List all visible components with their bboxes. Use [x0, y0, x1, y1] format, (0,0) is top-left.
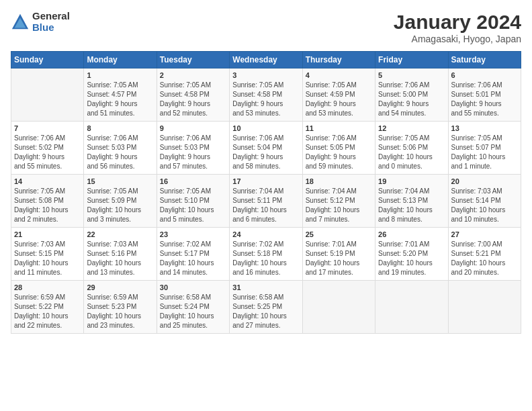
day-number: 20: [451, 177, 518, 185]
day-info: Sunrise: 7:03 AM Sunset: 5:16 PM Dayligh…: [87, 240, 153, 277]
day-info: Sunrise: 7:06 AM Sunset: 5:02 PM Dayligh…: [14, 134, 81, 171]
day-cell: 22Sunrise: 7:03 AM Sunset: 5:16 PM Dayli…: [84, 228, 157, 281]
day-info: Sunrise: 6:59 AM Sunset: 5:23 PM Dayligh…: [87, 293, 153, 330]
day-number: 13: [451, 124, 518, 132]
day-info: Sunrise: 7:05 AM Sunset: 5:06 PM Dayligh…: [378, 134, 445, 171]
calendar-table: SundayMondayTuesdayWednesdayThursdayFrid…: [11, 51, 521, 334]
day-info: Sunrise: 7:06 AM Sunset: 5:01 PM Dayligh…: [451, 81, 518, 118]
day-number: 9: [160, 124, 226, 132]
day-cell: 26Sunrise: 7:01 AM Sunset: 5:20 PM Dayli…: [375, 228, 448, 281]
logo-blue: Blue: [32, 22, 70, 34]
logo-text: General Blue: [32, 11, 70, 33]
day-cell: 31Sunrise: 6:58 AM Sunset: 5:25 PM Dayli…: [230, 281, 302, 334]
day-number: 12: [378, 124, 445, 132]
week-row-4: 21Sunrise: 7:03 AM Sunset: 5:15 PM Dayli…: [11, 228, 521, 281]
column-header-friday: Friday: [375, 52, 448, 68]
day-number: 3: [232, 71, 299, 79]
calendar-header: SundayMondayTuesdayWednesdayThursdayFrid…: [11, 52, 521, 68]
day-number: 23: [160, 230, 226, 238]
day-number: 30: [160, 283, 226, 291]
week-row-1: 1Sunrise: 7:05 AM Sunset: 4:57 PM Daylig…: [11, 68, 521, 122]
day-number: 10: [232, 124, 299, 132]
day-cell: 9Sunrise: 7:06 AM Sunset: 5:03 PM Daylig…: [157, 122, 229, 175]
day-cell: 6Sunrise: 7:06 AM Sunset: 5:01 PM Daylig…: [448, 68, 521, 122]
day-info: Sunrise: 7:05 AM Sunset: 5:10 PM Dayligh…: [160, 187, 226, 224]
day-info: Sunrise: 7:05 AM Sunset: 5:07 PM Dayligh…: [451, 134, 518, 171]
day-info: Sunrise: 7:06 AM Sunset: 5:03 PM Dayligh…: [87, 134, 153, 171]
day-cell: [375, 281, 448, 334]
day-info: Sunrise: 7:02 AM Sunset: 5:17 PM Dayligh…: [160, 240, 226, 277]
day-number: 24: [232, 230, 299, 238]
day-number: 2: [160, 71, 226, 79]
day-cell: 8Sunrise: 7:06 AM Sunset: 5:03 PM Daylig…: [84, 122, 157, 175]
day-cell: 17Sunrise: 7:04 AM Sunset: 5:11 PM Dayli…: [230, 175, 302, 228]
day-info: Sunrise: 6:59 AM Sunset: 5:22 PM Dayligh…: [14, 293, 81, 330]
day-cell: 24Sunrise: 7:02 AM Sunset: 5:18 PM Dayli…: [230, 228, 302, 281]
day-cell: 4Sunrise: 7:05 AM Sunset: 4:59 PM Daylig…: [302, 68, 375, 122]
day-cell: 29Sunrise: 6:59 AM Sunset: 5:23 PM Dayli…: [84, 281, 157, 334]
day-info: Sunrise: 7:04 AM Sunset: 5:11 PM Dayligh…: [232, 187, 299, 224]
day-cell: 25Sunrise: 7:01 AM Sunset: 5:19 PM Dayli…: [302, 228, 375, 281]
day-info: Sunrise: 7:05 AM Sunset: 4:59 PM Dayligh…: [306, 81, 372, 118]
day-cell: 19Sunrise: 7:04 AM Sunset: 5:13 PM Dayli…: [375, 175, 448, 228]
day-cell: 15Sunrise: 7:05 AM Sunset: 5:09 PM Dayli…: [84, 175, 157, 228]
day-number: 5: [378, 71, 445, 79]
day-info: Sunrise: 6:58 AM Sunset: 5:24 PM Dayligh…: [160, 293, 226, 330]
day-number: 15: [87, 177, 153, 185]
column-header-tuesday: Tuesday: [157, 52, 229, 68]
day-cell: 5Sunrise: 7:06 AM Sunset: 5:00 PM Daylig…: [375, 68, 448, 122]
column-header-sunday: Sunday: [11, 52, 84, 68]
day-cell: 30Sunrise: 6:58 AM Sunset: 5:24 PM Dayli…: [157, 281, 229, 334]
week-row-2: 7Sunrise: 7:06 AM Sunset: 5:02 PM Daylig…: [11, 122, 521, 175]
day-cell: 21Sunrise: 7:03 AM Sunset: 5:15 PM Dayli…: [11, 228, 84, 281]
day-cell: [448, 281, 521, 334]
day-cell: [302, 281, 375, 334]
day-number: 6: [451, 71, 518, 79]
day-info: Sunrise: 7:05 AM Sunset: 5:09 PM Dayligh…: [87, 187, 153, 224]
column-header-thursday: Thursday: [302, 52, 375, 68]
day-number: 8: [87, 124, 153, 132]
calendar-subtitle: Amagasaki, Hyogo, Japan: [394, 34, 521, 44]
day-info: Sunrise: 7:06 AM Sunset: 5:00 PM Dayligh…: [378, 81, 445, 118]
day-cell: 7Sunrise: 7:06 AM Sunset: 5:02 PM Daylig…: [11, 122, 84, 175]
day-number: 25: [306, 230, 372, 238]
day-info: Sunrise: 7:02 AM Sunset: 5:18 PM Dayligh…: [232, 240, 299, 277]
day-cell: 14Sunrise: 7:05 AM Sunset: 5:08 PM Dayli…: [11, 175, 84, 228]
day-number: 31: [232, 283, 299, 291]
day-number: 18: [306, 177, 372, 185]
day-info: Sunrise: 7:00 AM Sunset: 5:21 PM Dayligh…: [451, 240, 518, 277]
title-block: January 2024 Amagasaki, Hyogo, Japan: [394, 11, 521, 44]
day-cell: 27Sunrise: 7:00 AM Sunset: 5:21 PM Dayli…: [448, 228, 521, 281]
day-cell: 23Sunrise: 7:02 AM Sunset: 5:17 PM Dayli…: [157, 228, 229, 281]
day-info: Sunrise: 7:06 AM Sunset: 5:03 PM Dayligh…: [160, 134, 226, 171]
day-number: 16: [160, 177, 226, 185]
day-cell: 12Sunrise: 7:05 AM Sunset: 5:06 PM Dayli…: [375, 122, 448, 175]
day-cell: 11Sunrise: 7:06 AM Sunset: 5:05 PM Dayli…: [302, 122, 375, 175]
day-number: 17: [232, 177, 299, 185]
day-cell: [11, 68, 84, 122]
calendar-title: January 2024: [394, 11, 521, 34]
day-cell: 18Sunrise: 7:04 AM Sunset: 5:12 PM Dayli…: [302, 175, 375, 228]
column-header-saturday: Saturday: [448, 52, 521, 68]
logo-icon: [11, 13, 30, 32]
day-number: 14: [14, 177, 81, 185]
week-row-3: 14Sunrise: 7:05 AM Sunset: 5:08 PM Dayli…: [11, 175, 521, 228]
day-info: Sunrise: 7:04 AM Sunset: 5:13 PM Dayligh…: [378, 187, 445, 224]
day-info: Sunrise: 7:06 AM Sunset: 5:04 PM Dayligh…: [232, 134, 299, 171]
day-info: Sunrise: 7:03 AM Sunset: 5:15 PM Dayligh…: [14, 240, 81, 277]
logo-general: General: [32, 11, 70, 22]
day-cell: 16Sunrise: 7:05 AM Sunset: 5:10 PM Dayli…: [157, 175, 229, 228]
column-header-wednesday: Wednesday: [230, 52, 302, 68]
day-number: 4: [306, 71, 372, 79]
calendar-body: 1Sunrise: 7:05 AM Sunset: 4:57 PM Daylig…: [11, 68, 521, 334]
day-number: 19: [378, 177, 445, 185]
day-info: Sunrise: 6:58 AM Sunset: 5:25 PM Dayligh…: [232, 293, 299, 330]
week-row-5: 28Sunrise: 6:59 AM Sunset: 5:22 PM Dayli…: [11, 281, 521, 334]
day-cell: 28Sunrise: 6:59 AM Sunset: 5:22 PM Dayli…: [11, 281, 84, 334]
day-info: Sunrise: 7:05 AM Sunset: 4:58 PM Dayligh…: [232, 81, 299, 118]
day-cell: 10Sunrise: 7:06 AM Sunset: 5:04 PM Dayli…: [230, 122, 302, 175]
day-cell: 20Sunrise: 7:03 AM Sunset: 5:14 PM Dayli…: [448, 175, 521, 228]
day-info: Sunrise: 7:06 AM Sunset: 5:05 PM Dayligh…: [306, 134, 372, 171]
logo: General Blue: [11, 11, 70, 33]
day-number: 11: [306, 124, 372, 132]
